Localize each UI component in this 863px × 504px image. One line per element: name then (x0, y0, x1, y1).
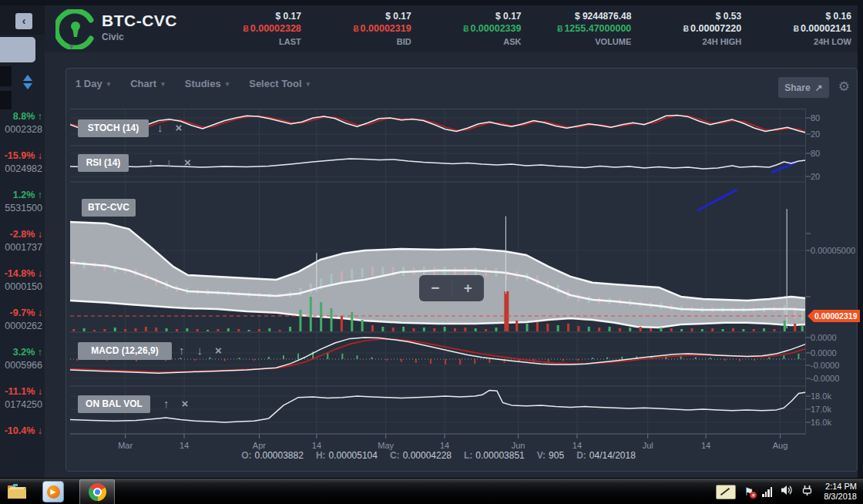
obv-axis-18k: 18.0k (811, 391, 854, 401)
ticker-header: BTC-CVC Civic $ 0.17 Ƀ0.00002328 LAST $ … (45, 5, 858, 52)
market-list-item[interactable]: 1.2% ↑ 5531500 (0, 189, 45, 228)
move-down-icon[interactable]: ↓ (197, 344, 203, 357)
obv-panel-label[interactable]: ON BAL VOL (78, 395, 150, 413)
sort-icon[interactable] (23, 75, 34, 92)
move-up-icon[interactable]: ↑ (148, 156, 154, 169)
ohlc-field: L:0.00003851 (464, 450, 525, 461)
usd-value: $ 0.16 (741, 10, 851, 22)
market-list-item[interactable]: -9.7% ↓ 0000262 (0, 307, 45, 346)
market-list-item[interactable]: 3.2% ↑ 0005966 (0, 346, 45, 385)
speaker-icon[interactable] (781, 485, 793, 499)
zoom-in-button[interactable]: + (452, 276, 485, 301)
ticker-stat: $ 0.17 Ƀ0.00002339 ASK (411, 10, 522, 48)
btc-symbol: Ƀ (683, 25, 689, 33)
market-list-item[interactable]: -10.4% ↓ (0, 425, 45, 464)
ticker-stats: $ 0.17 Ƀ0.00002328 LAST $ 0.17 Ƀ0.000023… (191, 10, 851, 48)
macd-axis-3: -0.0000 (811, 361, 854, 370)
last-price-badge: 0.00002319 (808, 310, 860, 322)
market-change: -10.4% ↓ (0, 425, 42, 438)
btc-value: Ƀ0.00007220 (631, 22, 741, 35)
chart-toolbar: 1 Day▾ Chart▾ Studies▾ Select Tool▾ (76, 78, 310, 89)
market-change: -2.8% ↓ (0, 228, 42, 241)
market-volume: 0001737 (0, 241, 42, 254)
taskbar-clock[interactable]: 2:14 PM 8/3/2018 (824, 482, 857, 502)
zoom-out-button[interactable]: − (419, 276, 452, 301)
move-up-icon[interactable]: ↑ (163, 397, 170, 410)
gear-icon[interactable]: ⚙ (838, 79, 850, 95)
stat-label: BID (301, 35, 411, 48)
stat-label: VOLUME (521, 35, 631, 48)
obv-axis-16k: 16.0k (811, 418, 854, 427)
rsi-panel-icons: ↑ ↓ × (148, 156, 191, 169)
share-button[interactable]: Share↗ (778, 77, 829, 98)
svg-text:Aug: Aug (773, 441, 788, 450)
rsi-axis-80: 80 (811, 149, 854, 158)
macd-panel-label[interactable]: MACD (12,26,9) (78, 342, 172, 360)
stoch-panel-label[interactable]: STOCH (14) (78, 119, 149, 137)
obv-axis-17k: 17.0k (811, 405, 854, 414)
usd-value: $ 0.17 (191, 10, 301, 22)
stat-label: ASK (411, 35, 522, 48)
studies-menu[interactable]: Studies▾ (185, 78, 230, 89)
coin-name: Civic (102, 32, 177, 42)
chrome-taskbar-button[interactable] (79, 479, 115, 504)
move-down-icon[interactable]: ↓ (166, 156, 173, 169)
close-icon[interactable]: × (184, 156, 191, 169)
market-list-item[interactable]: -14.8% ↓ 0000150 (0, 267, 45, 307)
market-list-item[interactable]: -2.8% ↓ 0001737 (0, 228, 45, 267)
market-list-item[interactable]: -11.1% ↓ 0174250 (0, 385, 45, 425)
close-icon[interactable]: × (176, 121, 183, 134)
market-change: 3.2% ↑ (0, 346, 42, 359)
btc-symbol: Ƀ (463, 25, 468, 33)
windows-taskbar: ▶ ⚑× (0, 478, 863, 504)
svg-text:Mar: Mar (118, 441, 133, 450)
media-player-icon[interactable]: ▶ (42, 481, 64, 502)
market-volume: 0002328 (0, 123, 42, 136)
market-change: -9.7% ↓ (0, 307, 42, 320)
chevron-down-icon[interactable]: ▾ (69, 42, 74, 52)
market-sidebar: 8.8% ↑ 0002328 -15.9% ↓ 0024982 1.2% ↑ 5… (0, 35, 45, 478)
move-up-icon[interactable]: ↑ (179, 344, 185, 357)
power-plug-icon[interactable] (801, 485, 813, 499)
rsi-panel-label[interactable]: RSI (14) (78, 154, 129, 172)
svg-text:14: 14 (573, 441, 582, 450)
move-down-icon[interactable]: ↓ (157, 121, 163, 134)
network-signal-icon[interactable] (762, 487, 772, 497)
market-list: 8.8% ↑ 0002328 -15.9% ↓ 0024982 1.2% ↑ 5… (0, 110, 45, 464)
usd-value: $ 0.53 (631, 10, 741, 22)
chart-menu[interactable]: Chart▾ (130, 78, 164, 89)
screen: BTC-CVC Civic $ 0.17 Ƀ0.00002328 LAST $ … (0, 0, 863, 504)
btc-symbol: Ƀ (794, 25, 799, 33)
svg-text:14: 14 (312, 441, 321, 450)
alert-badge: × (750, 492, 757, 499)
timeframe-menu[interactable]: 1 Day▾ (76, 78, 110, 89)
ohlc-field: H:0.00005104 (316, 450, 378, 461)
market-volume: 0000150 (0, 281, 42, 294)
svg-text:Jun: Jun (512, 441, 526, 450)
obv-panel-icons: ↑ × (163, 397, 188, 410)
select-tool-menu[interactable]: Select Tool▾ (249, 78, 310, 89)
market-dropdown[interactable] (0, 37, 35, 62)
market-list-item[interactable]: -15.9% ↓ 0024982 (0, 150, 45, 189)
usd-value: $ 9244876.48 (521, 10, 631, 22)
market-tile (0, 66, 12, 86)
market-change: -11.1% ↓ (0, 385, 42, 398)
file-explorer-icon[interactable] (6, 481, 29, 502)
ticker-stat: $ 0.17 Ƀ0.00002328 LAST (191, 10, 301, 48)
btc-value: Ƀ0.00002141 (741, 22, 851, 35)
time: 2:14 PM (824, 482, 857, 492)
btc-symbol: Ƀ (353, 25, 358, 33)
chrome-icon (89, 483, 106, 501)
collapse-sidebar-button[interactable]: ‹ (15, 13, 32, 29)
main-panel-label[interactable]: BTC-CVC (82, 199, 136, 217)
close-icon[interactable]: × (182, 397, 189, 410)
btc-symbol: Ƀ (557, 25, 562, 33)
market-volume: 0024982 (0, 163, 42, 176)
tablet-pen-input-icon[interactable] (716, 485, 736, 499)
ticker-stat: $ 9244876.48 Ƀ1255.47000000 VOLUME (521, 10, 631, 48)
action-center-flag-icon[interactable]: ⚑× (744, 486, 754, 497)
market-tile (0, 91, 12, 109)
ohlc-field: C:0.00004228 (390, 450, 452, 461)
market-list-item[interactable]: 8.8% ↑ 0002328 (0, 110, 45, 150)
close-icon[interactable]: × (215, 344, 222, 357)
